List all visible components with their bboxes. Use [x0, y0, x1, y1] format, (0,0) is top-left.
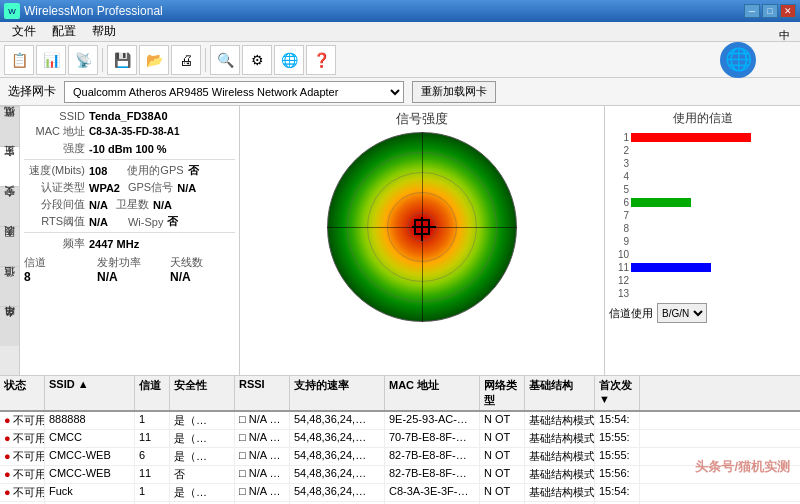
- toolbar-btn-9[interactable]: 🌐: [274, 45, 304, 75]
- toolbar-btn-1[interactable]: 📋: [4, 45, 34, 75]
- th-first[interactable]: 首次发▼: [595, 376, 640, 410]
- th-nettype[interactable]: 网络类型: [480, 376, 525, 410]
- channel-bars: 12345678910111213: [609, 131, 796, 299]
- toolbar-btn-7[interactable]: 🔍: [210, 45, 240, 75]
- table-body: ●不可用8888881是（…□ N/A …54,48,36,24,…9E-25-…: [0, 412, 800, 504]
- toolbar-btn-8[interactable]: ⚙: [242, 45, 272, 75]
- channel-row: 4: [609, 170, 796, 182]
- table-cell: ●不可用: [0, 484, 45, 501]
- table-cell: N OT: [480, 412, 525, 429]
- table-header: 状态 SSID ▲ 信道 安全性 RSSI 支持的速率 MAC 地址 网络类型 …: [0, 376, 800, 412]
- table-cell: □ N/A …: [235, 466, 290, 483]
- signal-area: 信号强度: [240, 106, 605, 375]
- toolbar-btn-5[interactable]: 📂: [139, 45, 169, 75]
- table-cell: ●不可用: [0, 412, 45, 429]
- auth-value: WPA2: [89, 182, 120, 194]
- target-v-line: [421, 217, 423, 241]
- toolbar-btn-3[interactable]: 📡: [68, 45, 98, 75]
- speed-value: 108: [89, 165, 107, 177]
- freq-label: 频率: [24, 236, 89, 251]
- channel-panel: 使用的信道 12345678910111213 信道使用 B/G/N: [605, 106, 800, 375]
- table-cell: 54,48,36,24,…: [290, 448, 385, 465]
- sidebar-tab-main[interactable]: 主窗: [0, 146, 19, 186]
- maximize-button[interactable]: □: [762, 4, 778, 18]
- table-cell: 15:55:: [595, 430, 640, 447]
- channel-bar: [631, 263, 711, 272]
- speed-label: 速度(Mbits): [24, 163, 89, 178]
- table-cell: □ N/A …: [235, 430, 290, 447]
- channel-row: 2: [609, 144, 796, 156]
- toolbar-btn-4[interactable]: 💾: [107, 45, 137, 75]
- antenna-label: 天线数: [170, 255, 235, 270]
- table-cell: □ N/A …: [235, 484, 290, 501]
- signal-title: 信号强度: [396, 110, 448, 128]
- th-rssi[interactable]: RSSI: [235, 376, 290, 410]
- channel-label: 信道: [24, 255, 89, 270]
- sat-value: N/A: [153, 199, 172, 211]
- table-row[interactable]: ●不可用Fuck1是（…□ N/A …54,48,36,24,…C8-3A-3E…: [0, 484, 800, 502]
- ssid-label: SSID: [24, 110, 89, 122]
- table-cell: ●不可用: [0, 448, 45, 465]
- table-cell: CMCC-WEB: [45, 466, 135, 483]
- table-cell: ●不可用: [0, 466, 45, 483]
- mac-label: MAC 地址: [24, 124, 89, 139]
- channel-row: 5: [609, 183, 796, 195]
- window-title: WirelessMon Professional: [24, 4, 163, 18]
- sidebar-tab-security[interactable]: 安全: [0, 186, 19, 226]
- minimize-button[interactable]: ─: [744, 4, 760, 18]
- sidebar-tab-whitelist[interactable]: 白名单: [0, 306, 19, 346]
- toolbar-btn-10[interactable]: ❓: [306, 45, 336, 75]
- menu-file[interactable]: 文件: [4, 21, 44, 42]
- sidebar-tab-channel[interactable]: 信道: [0, 266, 19, 306]
- table-row[interactable]: ●不可用CMCC11是（…□ N/A …54,48,36,24,…70-7B-E…: [0, 430, 800, 448]
- th-channel[interactable]: 信道: [135, 376, 170, 410]
- th-rates[interactable]: 支持的速率: [290, 376, 385, 410]
- partition-label: 分段间值: [24, 197, 89, 212]
- wispy-label: Wi-Spy: [128, 216, 163, 228]
- gps-num-label: GPS信号: [128, 180, 173, 195]
- th-infra[interactable]: 基础结构: [525, 376, 595, 410]
- toolbar: 📋 📊 📡 💾 📂 🖨 🔍 ⚙ 🌐 ❓ 🌐 中: [0, 42, 800, 78]
- table-row[interactable]: ●不可用8888881是（…□ N/A …54,48,36,24,…9E-25-…: [0, 412, 800, 430]
- nic-select[interactable]: Qualcomm Atheros AR9485 Wireless Network…: [64, 81, 404, 103]
- table-row[interactable]: ●不可用CMCC-WEB6是（…□ N/A …54,48,36,24,…82-7…: [0, 448, 800, 466]
- close-button[interactable]: ✕: [780, 4, 796, 18]
- rts-label: RTS阈值: [24, 214, 89, 229]
- radar-target: [414, 219, 430, 235]
- menu-config[interactable]: 配置: [44, 21, 84, 42]
- info-panel: SSID Tenda_FD38A0 MAC 地址 C8-3A-35-FD-38-…: [20, 106, 240, 375]
- window-controls: ─ □ ✕: [744, 4, 796, 18]
- table-area: 状态 SSID ▲ 信道 安全性 RSSI 支持的速率 MAC 地址 网络类型 …: [0, 376, 800, 504]
- channel-row: 3: [609, 157, 796, 169]
- table-cell: 15:54:: [595, 412, 640, 429]
- th-security[interactable]: 安全性: [170, 376, 235, 410]
- table-cell: 82-7B-E8-8F-…: [385, 448, 480, 465]
- th-ssid[interactable]: SSID ▲: [45, 376, 135, 410]
- table-cell: 是（…: [170, 448, 235, 465]
- table-cell: 82-7B-E8-8F-…: [385, 466, 480, 483]
- table-cell: 11: [135, 430, 170, 447]
- watermark: 头条号/猫机实测: [695, 458, 790, 476]
- channel-row: 1: [609, 131, 796, 143]
- ssid-value: Tenda_FD38A0: [89, 110, 168, 122]
- menu-help[interactable]: 帮助: [84, 21, 124, 42]
- partition-value: N/A: [89, 199, 108, 211]
- sidebar-tab-chart[interactable]: 图表: [0, 226, 19, 266]
- th-status[interactable]: 状态: [0, 376, 45, 410]
- table-cell: 否: [170, 466, 235, 483]
- channel-mode-select[interactable]: B/G/N: [657, 303, 707, 323]
- table-cell: 基础结构模式: [525, 412, 595, 429]
- toolbar-btn-6[interactable]: 🖨: [171, 45, 201, 75]
- reload-nic-button[interactable]: 重新加载网卡: [412, 81, 496, 103]
- th-mac[interactable]: MAC 地址: [385, 376, 480, 410]
- toolbar-btn-2[interactable]: 📊: [36, 45, 66, 75]
- sidebar-tab-overview[interactable]: 概览: [0, 106, 19, 146]
- channel-row: 12: [609, 274, 796, 286]
- table-cell: 54,48,36,24,…: [290, 466, 385, 483]
- channel-row: 10: [609, 248, 796, 260]
- channel-row: 8: [609, 222, 796, 234]
- table-row[interactable]: ●不可用CMCC-WEB11否□ N/A …54,48,36,24,…82-7B…: [0, 466, 800, 484]
- table-cell: 是（…: [170, 484, 235, 501]
- table-cell: 1: [135, 412, 170, 429]
- channel-controls: 信道使用 B/G/N: [609, 303, 796, 323]
